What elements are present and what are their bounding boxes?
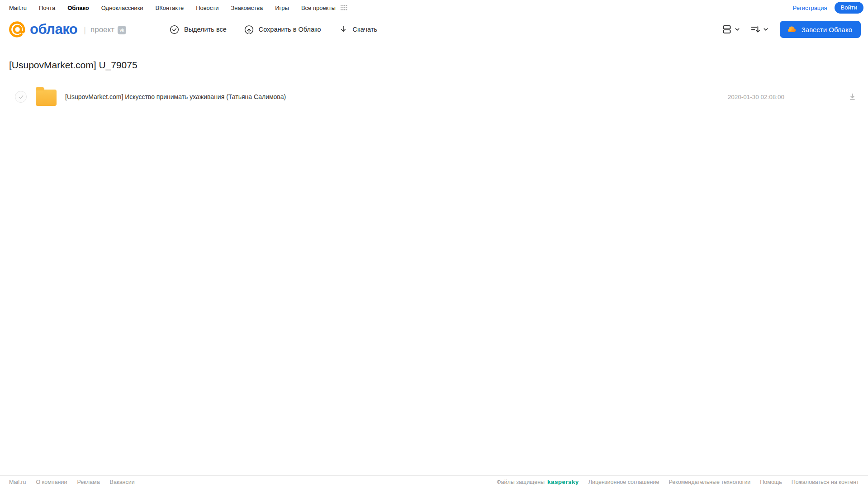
apps-grid-icon[interactable]: [341, 5, 347, 10]
portal-link-mailru[interactable]: Mail.ru: [9, 5, 27, 11]
portal-nav-right: Регистрация Войти: [793, 2, 863, 14]
folder-icon[interactable]: [36, 90, 57, 106]
download-label: Скачать: [353, 26, 377, 33]
page-title: [UsupovMarket.com] U_79075: [9, 60, 868, 71]
portal-link-cloud[interactable]: Облако: [67, 5, 89, 11]
registration-link[interactable]: Регистрация: [793, 5, 827, 11]
logo-wordmark: облако: [30, 21, 77, 38]
row-checkbox[interactable]: [15, 91, 27, 103]
download-icon: [848, 92, 857, 102]
file-name-link[interactable]: [UsupovMarket.com] Искусство принимать у…: [65, 93, 286, 100]
footer-link-recommendation-tech[interactable]: Рекомендательные технологии: [669, 479, 750, 485]
view-mode-toggle[interactable]: [721, 24, 741, 35]
mailru-at-icon: [8, 20, 27, 39]
footer: Mail.ru О компании Реклама Вакансии Файл…: [0, 475, 868, 488]
portal-link-mail[interactable]: Почта: [39, 5, 55, 11]
login-button[interactable]: Войти: [835, 2, 863, 14]
footer-right-links: Файлы защищены kaspersky Лицензионное со…: [497, 479, 859, 485]
chevron-down-icon: [733, 25, 741, 33]
footer-link-license[interactable]: Лицензионное соглашение: [588, 479, 659, 485]
sort-toggle[interactable]: [749, 24, 770, 35]
cloud-logo[interactable]: облако: [8, 20, 77, 39]
select-all-label: Выделить все: [184, 26, 227, 33]
portal-link-all-projects[interactable]: Все проекты: [301, 5, 336, 11]
download-icon: [338, 24, 348, 34]
list-view-icon: [721, 24, 733, 35]
sort-icon: [749, 24, 761, 35]
file-row[interactable]: [UsupovMarket.com] Искусство принимать у…: [0, 86, 868, 108]
row-download-button[interactable]: [848, 92, 857, 102]
portal-nav: Mail.ru Почта Облако Одноклассники ВКонт…: [0, 0, 868, 15]
footer-link-mailru[interactable]: Mail.ru: [9, 479, 26, 485]
view-controls: Завести Облако: [713, 21, 861, 38]
select-all-button[interactable]: Выделить все: [169, 24, 227, 35]
portal-link-odnoklassniki[interactable]: Одноклассники: [101, 5, 143, 11]
logo-separator: |: [84, 25, 86, 35]
save-to-cloud-label: Сохранить в Облако: [259, 26, 321, 33]
cloud-icon: [786, 24, 797, 35]
footer-link-about[interactable]: О компании: [36, 479, 67, 485]
cloud-upload-icon: [244, 24, 254, 35]
footer-link-ads[interactable]: Реклама: [77, 479, 100, 485]
app-header: облако | проект vk Выделить все Сохранит…: [0, 15, 868, 43]
save-to-cloud-button[interactable]: Сохранить в Облако: [244, 24, 321, 35]
files-protected-note: Файлы защищены kaspersky: [497, 479, 579, 485]
kaspersky-logo[interactable]: kaspersky: [547, 479, 579, 485]
file-toolbar: Выделить все Сохранить в Облако Скачать: [169, 24, 377, 35]
vk-badge-icon: vk: [118, 26, 126, 34]
check-icon: [18, 94, 24, 100]
portal-link-games[interactable]: Игры: [275, 5, 289, 11]
footer-link-help[interactable]: Помощь: [760, 479, 782, 485]
footer-left-links: Mail.ru О компании Реклама Вакансии: [9, 479, 135, 485]
get-cloud-button[interactable]: Завести Облако: [780, 21, 861, 38]
file-date: 2020-01-30 02:08:00: [728, 94, 784, 100]
portal-link-news[interactable]: Новости: [196, 5, 218, 11]
chevron-down-icon: [762, 25, 770, 33]
files-protected-label: Файлы защищены: [497, 479, 545, 485]
footer-link-report-content[interactable]: Пожаловаться на контент: [792, 479, 859, 485]
portal-link-vkontakte[interactable]: ВКонтакте: [156, 5, 184, 11]
portal-link-dating[interactable]: Знакомства: [231, 5, 263, 11]
get-cloud-label: Завести Облако: [802, 26, 852, 33]
footer-link-jobs[interactable]: Вакансии: [110, 479, 135, 485]
check-circle-icon: [169, 24, 180, 35]
download-button[interactable]: Скачать: [338, 24, 377, 34]
project-label: проект: [90, 25, 114, 34]
